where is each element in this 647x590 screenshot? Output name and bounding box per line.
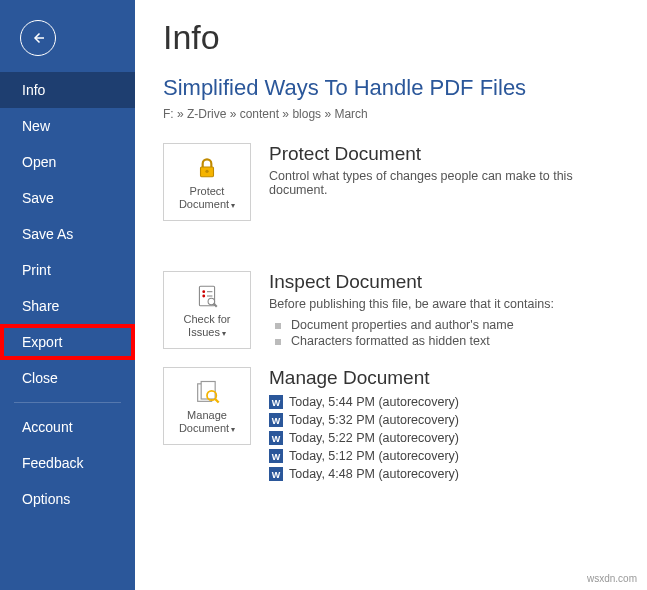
- svg-point-4: [202, 290, 205, 293]
- word-doc-icon: W: [269, 394, 283, 410]
- inspect-text: Before publishing this file, be aware th…: [269, 297, 625, 311]
- sidebar-item-new[interactable]: New: [0, 108, 135, 144]
- svg-text:W: W: [272, 434, 281, 444]
- arrow-left-icon: [29, 29, 47, 47]
- svg-text:W: W: [272, 416, 281, 426]
- svg-line-13: [215, 399, 219, 403]
- manage-section: Manage Document▾ Manage Document W Today…: [163, 367, 625, 483]
- protect-document-button[interactable]: Protect Document▾: [163, 143, 251, 221]
- sidebar-item-save[interactable]: Save: [0, 180, 135, 216]
- version-label: Today, 4:48 PM (autorecovery): [289, 467, 459, 481]
- version-label: Today, 5:32 PM (autorecovery): [289, 413, 459, 427]
- sidebar-item-share[interactable]: Share: [0, 288, 135, 324]
- sidebar-separator: [14, 402, 121, 403]
- version-label: Today, 5:44 PM (autorecovery): [289, 395, 459, 409]
- backstage-sidebar: Info New Open Save Save As Print Share E…: [0, 0, 135, 590]
- inspect-section: Check for Issues▾ Inspect Document Befor…: [163, 271, 625, 349]
- info-panel: Info Simplified Ways To Handle PDF Files…: [135, 0, 647, 590]
- inspect-bullets: Document properties and author's name Ch…: [269, 317, 625, 349]
- inspect-heading: Inspect Document: [269, 271, 625, 293]
- inspect-bullet: Document properties and author's name: [269, 317, 625, 333]
- sidebar-item-print[interactable]: Print: [0, 252, 135, 288]
- sidebar-item-feedback[interactable]: Feedback: [0, 445, 135, 481]
- document-stack-icon: [193, 377, 221, 407]
- protect-text: Control what types of changes people can…: [269, 169, 625, 197]
- svg-text:W: W: [272, 398, 281, 408]
- svg-point-5: [202, 294, 205, 297]
- version-label: Today, 5:12 PM (autorecovery): [289, 449, 459, 463]
- version-item[interactable]: W Today, 5:22 PM (autorecovery): [269, 429, 625, 447]
- version-item[interactable]: W Today, 5:44 PM (autorecovery): [269, 393, 625, 411]
- word-doc-icon: W: [269, 448, 283, 464]
- svg-point-2: [205, 169, 208, 172]
- sidebar-item-export[interactable]: Export: [0, 324, 135, 360]
- svg-text:W: W: [272, 452, 281, 462]
- manage-document-button[interactable]: Manage Document▾: [163, 367, 251, 445]
- sidebar-item-options[interactable]: Options: [0, 481, 135, 517]
- svg-text:W: W: [272, 470, 281, 480]
- inspect-bullet: Characters formatted as hidden text: [269, 333, 625, 349]
- document-title: Simplified Ways To Handle PDF Files: [163, 75, 625, 101]
- protect-heading: Protect Document: [269, 143, 625, 165]
- breadcrumb: F: » Z-Drive » content » blogs » March: [163, 107, 625, 121]
- protect-tile-label: Protect Document▾: [168, 185, 246, 211]
- svg-line-9: [214, 303, 217, 306]
- version-item[interactable]: W Today, 5:12 PM (autorecovery): [269, 447, 625, 465]
- page-title: Info: [163, 18, 625, 57]
- version-item[interactable]: W Today, 5:32 PM (autorecovery): [269, 411, 625, 429]
- word-doc-icon: W: [269, 430, 283, 446]
- sidebar-item-account[interactable]: Account: [0, 409, 135, 445]
- inspect-tile-label: Check for Issues▾: [168, 313, 246, 339]
- checklist-icon: [194, 281, 220, 311]
- back-button[interactable]: [20, 20, 56, 56]
- word-doc-icon: W: [269, 412, 283, 428]
- sidebar-item-close[interactable]: Close: [0, 360, 135, 396]
- sidebar-item-open[interactable]: Open: [0, 144, 135, 180]
- word-doc-icon: W: [269, 466, 283, 482]
- protect-section: Protect Document▾ Protect Document Contr…: [163, 143, 625, 221]
- version-item[interactable]: W Today, 4:48 PM (autorecovery): [269, 465, 625, 483]
- watermark: wsxdn.com: [587, 573, 637, 584]
- version-label: Today, 5:22 PM (autorecovery): [289, 431, 459, 445]
- sidebar-item-save-as[interactable]: Save As: [0, 216, 135, 252]
- sidebar-item-info[interactable]: Info: [0, 72, 135, 108]
- check-for-issues-button[interactable]: Check for Issues▾: [163, 271, 251, 349]
- manage-tile-label: Manage Document▾: [168, 409, 246, 435]
- lock-icon: [194, 153, 220, 183]
- version-list: W Today, 5:44 PM (autorecovery) W Today,…: [269, 393, 625, 483]
- manage-heading: Manage Document: [269, 367, 625, 389]
